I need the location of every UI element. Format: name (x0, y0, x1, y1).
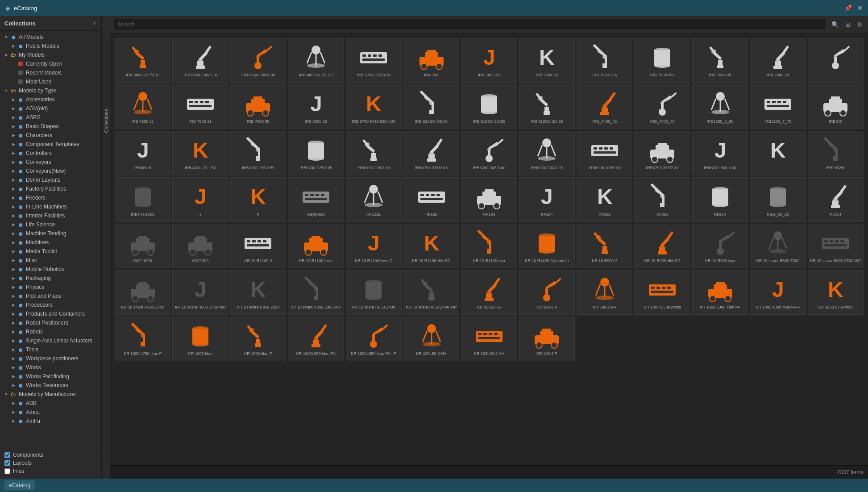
grid-item[interactable]: J KR 10 R1100 fivve C (346, 224, 402, 268)
grid-item[interactable]: KF192 (403, 177, 459, 222)
grid-item[interactable]: IRB 7600 31 (172, 84, 228, 129)
sidebar-item-pick-and-place[interactable]: ◼Pick and Place (0, 292, 101, 300)
grid-item[interactable]: J IRB8700 800 3.50 (692, 131, 748, 175)
grid-item[interactable]: KR 10 R1100-2 (230, 224, 286, 268)
sidebar-item-tools[interactable]: ◼Tools (0, 345, 101, 354)
grid-item[interactable]: K (750, 131, 806, 175)
sidebar-item-asrs[interactable]: ◼ASRS (0, 113, 101, 122)
grid-item[interactable]: J IRB 7600 35 (288, 84, 344, 129)
grid-item[interactable]: KF121E (346, 177, 402, 222)
grid-item[interactable]: KMP 200 (172, 224, 228, 268)
sidebar-item-basic-shapes[interactable]: ◼Basic Shapes (0, 122, 101, 131)
grid-item[interactable]: KR 10 scara R600 Z300 WP (808, 224, 864, 268)
grid-item[interactable]: IRB 7600 255 (577, 38, 632, 83)
grid-item[interactable]: KR 10 R1100 fivve (288, 224, 344, 268)
checkbox-cb-files[interactable]: Files (4, 468, 97, 474)
sidebar-item-processors[interactable]: ◼Processors (0, 300, 101, 309)
grid-item[interactable]: IRB1200_7_70 (750, 84, 806, 129)
grid-item[interactable]: IRB 760 (403, 38, 459, 83)
grid-item[interactable]: KR 1000L950 titan PA (288, 317, 344, 361)
grid-item[interactable]: KR 10 R900 sixx (692, 224, 748, 268)
sidebar-item-most-used[interactable]: Most Used (0, 77, 101, 86)
sidebar-item-works-pathfinding[interactable]: ◼Works Pathfinding (0, 372, 101, 381)
sidebar-item-characters[interactable]: ◼Characters (0, 131, 101, 140)
add-collection-button[interactable]: + (93, 20, 97, 27)
grid-item[interactable]: IRB6700 200/2.60 (577, 131, 632, 175)
grid-item[interactable]: K KR 10 R1100 HM-SC (403, 224, 459, 268)
checkbox-cb-layouts[interactable]: Layouts (4, 460, 97, 466)
grid-item[interactable]: IRB_4400_45 (634, 84, 690, 129)
input-cb-components[interactable] (4, 452, 10, 458)
grid-item[interactable]: IRB 910SC-3/0.65 (519, 84, 575, 129)
grid-item[interactable]: KF264 (692, 177, 748, 222)
grid-item[interactable]: KR 10 R1420 Cybertech (519, 224, 575, 268)
grid-item[interactable]: IRBP B250 (808, 131, 864, 175)
grid-item[interactable] (808, 38, 864, 83)
sidebar-item-misc[interactable]: ◼Misc (0, 256, 101, 265)
grid-item[interactable]: KR 1000L950 titan PA - F (346, 317, 402, 361)
grid-item[interactable]: KF193 (461, 177, 517, 222)
grid-item[interactable]: KJ314 (808, 177, 864, 222)
grid-item[interactable]: K IRB4600_20_250 (172, 131, 228, 175)
sidebar-item-works-resources[interactable]: ◼Works Resources (0, 381, 101, 390)
sidebar-item-interior-facilities[interactable]: ◼Interior Facilities (0, 211, 101, 220)
sidebar-item-controllers[interactable]: ◼Controllers (0, 149, 101, 158)
grid-item[interactable]: J IRB 7600 23 (461, 38, 517, 83)
grid-item[interactable]: KR 10 scara R600 Z300 (750, 224, 806, 268)
collections-side-tab[interactable]: Collections (102, 105, 110, 137)
grid-item[interactable]: IRB 7600 31 (115, 84, 170, 129)
grid-item[interactable]: IRB6700-245/3.00 (461, 131, 517, 175)
grid-item[interactable]: IRBP R-1000 (115, 177, 170, 222)
sidebar-item-robot-positioners[interactable]: ◼Robot Positioners (0, 318, 101, 327)
sidebar-item-machine-tending[interactable]: ◼Machine Tending (0, 229, 101, 238)
sidebar-item-all-models[interactable]: ◼All Models (0, 33, 101, 42)
checkbox-cb-components[interactable]: Components (4, 452, 97, 458)
sidebar-item-works[interactable]: ◼Works (0, 363, 101, 372)
grid-item[interactable]: IRB340 (808, 84, 864, 129)
grid-item[interactable]: KR 1000 titan F (230, 317, 286, 361)
sidebar-item-models-by-manufacturer[interactable]: 🗁Models by Manufacturer (0, 390, 101, 399)
grid-item[interactable]: J IRB360-8 (115, 131, 170, 175)
grid-item[interactable]: IRB6700-155/2.85 (230, 131, 286, 175)
sidebar-item-products-containers[interactable]: ◼Products and Containers (0, 309, 101, 318)
sidebar-item-feeders[interactable]: ◼Feeders (0, 193, 101, 202)
grid-item[interactable]: IRB 7600 255 (634, 38, 690, 83)
sidebar-item-conveyors[interactable]: ◼Conveyors (0, 158, 101, 167)
grid-item[interactable]: KR 100-2 P (519, 270, 575, 315)
sidebar-item-recent-models[interactable]: Recent Models (0, 68, 101, 77)
grid-item[interactable]: KR 1000 1300 titan PA (692, 270, 748, 315)
sidebar-item-packaging[interactable]: ◼Packaging (0, 274, 101, 283)
grid-item[interactable]: IRB 910SC-3/0.55 (461, 84, 517, 129)
sidebar-item-public-models[interactable]: ◼Public Models (0, 42, 101, 50)
sidebar-item-machines[interactable]: ◼Machines (0, 238, 101, 247)
grid-item[interactable]: IRB 6660-205/1.90 (288, 38, 344, 83)
grid-item[interactable]: KR 100-2 PA (577, 270, 632, 315)
grid-item[interactable]: IRB_4400_45 (577, 84, 632, 129)
input-cb-layouts[interactable] (4, 460, 10, 466)
grid-item[interactable]: IRB6700-235/2.65 (403, 131, 459, 175)
grid-item[interactable]: K KR 10 scara R850 Z300 (230, 270, 286, 315)
grid-item[interactable]: Keyboard (288, 177, 344, 222)
grid-item[interactable]: KF263 (634, 177, 690, 222)
search-input[interactable] (114, 19, 827, 30)
pin-button[interactable]: 📌 (844, 4, 852, 12)
sidebar-item-abb[interactable]: ◼ABB (0, 399, 101, 408)
grid-item[interactable]: K KR 1000 L750 titan (808, 270, 864, 315)
grid-item[interactable]: IRB6700-175/3.05 (288, 131, 344, 175)
grid-item[interactable]: K K (230, 177, 286, 222)
grid-item[interactable]: KR 100-2 HA (461, 270, 517, 315)
grid-item[interactable]: KGG_60_20 (750, 177, 806, 222)
grid-item[interactable]: KR 10 scara R600 Z400 (115, 270, 170, 315)
grid-item[interactable]: K IRB 7600 23 (519, 38, 575, 83)
grid-item[interactable]: KR 100 R3500 press (634, 270, 690, 315)
grid-item[interactable]: IRB6700-205/2.80 (346, 131, 402, 175)
sidebar-item-conveyors-new[interactable]: ◼Conveyors(New) (0, 167, 101, 175)
sidebar-item-currently-open[interactable]: Currently Open (0, 59, 101, 68)
grid-item[interactable]: IRB1200_5_90 (692, 84, 748, 129)
close-button[interactable]: ✕ (857, 4, 863, 12)
grid-item[interactable]: IRB 7600 28 (750, 38, 806, 83)
sidebar-item-single-axis[interactable]: ◼Single Axis Linear Actuators (0, 336, 101, 345)
sidebar-item-demo-layouts[interactable]: ◼Demo Layouts (0, 175, 101, 184)
settings-icon[interactable]: ⚙ (855, 20, 864, 29)
grid-view-icon[interactable]: ⊞ (843, 20, 852, 29)
